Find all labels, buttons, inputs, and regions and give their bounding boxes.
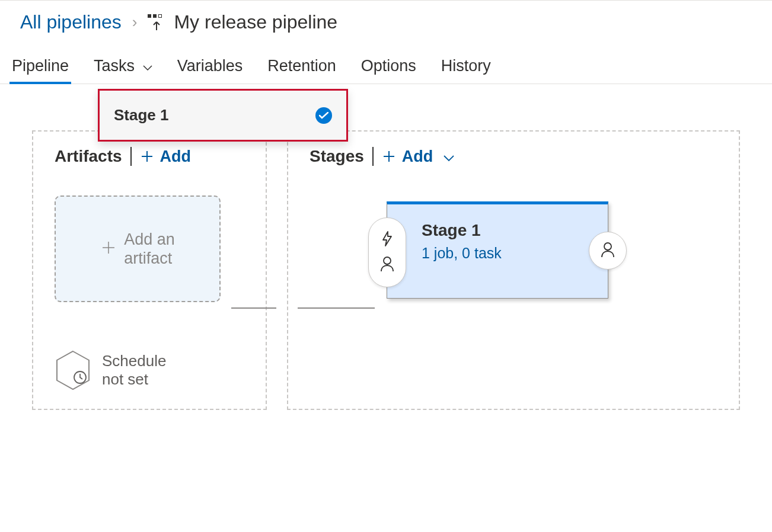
- add-artifact-label: Add: [160, 148, 191, 166]
- schedule-line2: not set: [102, 370, 166, 389]
- breadcrumb: All pipelines › My release pipeline: [0, 1, 772, 38]
- pre-deployment-conditions-button[interactable]: [368, 217, 406, 287]
- post-deployment-conditions-button[interactable]: [589, 232, 627, 270]
- stages-panel: Stages Add Stage 1 1 job, 0 task: [287, 130, 740, 410]
- plus-icon: [140, 149, 154, 164]
- stage-jobs-link[interactable]: 1 job, 0 task: [422, 245, 584, 262]
- connector-line: [298, 307, 375, 309]
- tab-pipeline[interactable]: Pipeline: [9, 57, 71, 84]
- separator: [372, 147, 374, 166]
- chevron-down-icon: [444, 148, 454, 166]
- plus-icon: [382, 149, 396, 164]
- separator: [130, 147, 132, 166]
- stage-card[interactable]: Stage 1 1 job, 0 task: [387, 201, 608, 299]
- add-stage-label: Add: [402, 148, 433, 166]
- svg-point-3: [604, 243, 611, 250]
- tab-options[interactable]: Options: [359, 57, 419, 84]
- breadcrumb-root-link[interactable]: All pipelines: [20, 11, 122, 33]
- artifacts-panel: Artifacts Add Add an artifact: [32, 130, 267, 410]
- tab-variables[interactable]: Variables: [175, 57, 245, 84]
- tab-bar: Pipeline Tasks Variables Retention Optio…: [0, 38, 772, 84]
- stage-name: Stage 1: [422, 221, 584, 240]
- plus-icon: [100, 239, 117, 258]
- person-icon: [600, 241, 615, 260]
- checkmark-badge-icon: [315, 107, 332, 124]
- svg-point-2: [384, 257, 391, 264]
- connector-line: [231, 307, 276, 309]
- stages-title: Stages: [310, 147, 364, 166]
- release-pipeline-icon: [148, 14, 163, 31]
- schedule-button[interactable]: Schedule not set: [55, 350, 244, 391]
- add-stage-link[interactable]: Add: [382, 148, 454, 166]
- person-icon: [379, 255, 395, 274]
- tab-retention[interactable]: Retention: [265, 57, 339, 84]
- placeholder-line2: artifact: [124, 249, 175, 268]
- tasks-dropdown-item[interactable]: Stage 1: [98, 89, 348, 142]
- tab-tasks[interactable]: Tasks: [91, 57, 155, 84]
- add-artifact-placeholder[interactable]: Add an artifact: [55, 196, 221, 302]
- page-title: My release pipeline: [174, 11, 337, 33]
- chevron-right-icon: ›: [132, 13, 138, 31]
- dropdown-stage-name: Stage 1: [114, 106, 169, 124]
- schedule-line1: Schedule: [102, 352, 166, 370]
- hexagon-clock-icon: [55, 350, 91, 391]
- add-artifact-link[interactable]: Add: [140, 148, 191, 166]
- trigger-icon: [379, 230, 395, 249]
- tab-tasks-label: Tasks: [94, 57, 135, 75]
- chevron-down-icon: [143, 57, 152, 75]
- placeholder-line1: Add an: [124, 230, 175, 249]
- artifacts-title: Artifacts: [55, 147, 122, 166]
- tab-history[interactable]: History: [439, 57, 493, 84]
